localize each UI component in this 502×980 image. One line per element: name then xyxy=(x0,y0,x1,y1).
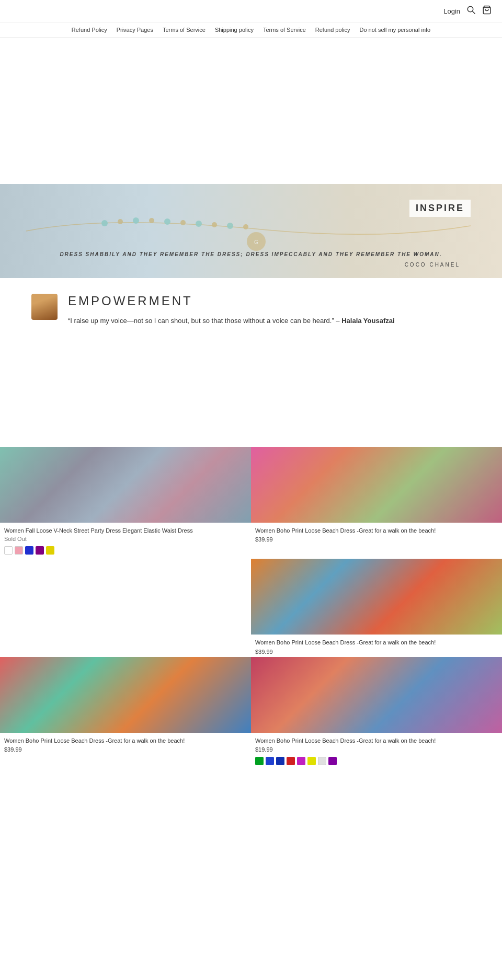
inspire-banner: G INSPIRE DRESS SHABBILY AND THEY REMEMB… xyxy=(0,184,502,278)
nav-item-shipping-policy[interactable]: Shipping policy xyxy=(215,27,254,33)
product-name-3: Women Boho Print Loose Beach Dress -Grea… xyxy=(255,639,498,647)
swatch-red[interactable] xyxy=(287,757,295,765)
product-card-2[interactable]: Women Boho Print Loose Beach Dress -Grea… xyxy=(251,447,502,559)
product-card-5[interactable]: Women Boho Print Loose Beach Dress -Grea… xyxy=(251,657,502,769)
product-image-5 xyxy=(251,657,502,733)
product-price-4: $39.99 xyxy=(4,746,247,753)
inspire-label: INSPIRE xyxy=(409,200,471,217)
product-price-3: $39.99 xyxy=(255,649,498,655)
svg-point-10 xyxy=(212,222,217,227)
products-section: Women Fall Loose V-Neck Street Party Dre… xyxy=(0,447,502,785)
product-card-1[interactable]: Women Fall Loose V-Neck Street Party Dre… xyxy=(0,447,251,559)
empowerment-content: EMPOWERMENT “I raise up my voice—not so … xyxy=(68,294,471,327)
swatch-magenta[interactable] xyxy=(297,757,305,765)
content-spacer xyxy=(0,342,502,447)
swatch-blue2[interactable] xyxy=(266,757,274,765)
products-row-3: Women Boho Print Loose Beach Dress -Grea… xyxy=(0,657,502,769)
svg-point-11 xyxy=(227,223,233,229)
product-card-4[interactable]: Women Boho Print Loose Beach Dress -Grea… xyxy=(0,657,251,769)
product-info-1: Women Fall Loose V-Neck Street Party Dre… xyxy=(0,523,251,544)
product-image-1 xyxy=(0,447,251,523)
empowerment-quote: “I raise up my voice—not so I can shout,… xyxy=(68,316,471,327)
swatch-darkblue[interactable] xyxy=(276,757,284,765)
inspire-author: COCO CHANEL xyxy=(405,262,460,268)
swatch-purple[interactable] xyxy=(36,546,44,555)
product-card-3[interactable]: Women Boho Print Loose Beach Dress -Grea… xyxy=(251,559,502,656)
nav-item-refund-policy-2[interactable]: Refund policy xyxy=(315,27,350,33)
nav-item-terms-service-1[interactable]: Terms of Service xyxy=(163,27,206,33)
products-row-1: Women Fall Loose V-Neck Street Party Dre… xyxy=(0,447,502,559)
nav-item-privacy-pages[interactable]: Privacy Pages xyxy=(117,27,153,33)
product-image-4 xyxy=(0,657,251,733)
avatar xyxy=(31,294,58,320)
svg-point-9 xyxy=(196,221,202,227)
nav-item-terms-service-2[interactable]: Terms of Service xyxy=(263,27,306,33)
nav-bar: Refund Policy Privacy Pages Terms of Ser… xyxy=(0,22,502,38)
product-image-3 xyxy=(251,559,502,635)
empowerment-title: EMPOWERMENT xyxy=(68,294,471,308)
svg-point-5 xyxy=(133,217,139,224)
product-name-5: Women Boho Print Loose Beach Dress -Grea… xyxy=(255,737,498,745)
svg-point-7 xyxy=(164,218,170,225)
product-name-1: Women Fall Loose V-Neck Street Party Dre… xyxy=(4,527,247,535)
product-name-4: Women Boho Print Loose Beach Dress -Grea… xyxy=(4,737,247,745)
products-row-2: Women Boho Print Loose Beach Dress -Grea… xyxy=(0,559,502,656)
svg-point-12 xyxy=(243,224,248,229)
search-button[interactable] xyxy=(466,5,476,17)
nav-item-do-not-sell[interactable]: Do not sell my personal info xyxy=(359,27,430,33)
swatch-darkpurple[interactable] xyxy=(328,757,337,765)
swatch-yellow2[interactable] xyxy=(307,757,316,765)
swatch-yellow[interactable] xyxy=(46,546,54,555)
swatch-lightgray[interactable] xyxy=(318,757,326,765)
sold-out-badge-1: Sold Out xyxy=(4,536,247,542)
inspire-quote: DRESS SHABBILY AND THEY REMEMBER THE DRE… xyxy=(0,251,502,257)
product-name-2: Women Boho Print Loose Beach Dress -Grea… xyxy=(255,527,498,535)
product-price-5: $19.99 xyxy=(255,746,498,753)
swatch-green[interactable] xyxy=(255,757,264,765)
swatch-white[interactable] xyxy=(4,546,13,555)
svg-point-8 xyxy=(180,220,186,225)
svg-point-4 xyxy=(118,219,123,224)
color-swatches-1 xyxy=(0,544,251,559)
nav-item-refund-policy[interactable]: Refund Policy xyxy=(72,27,107,33)
empowerment-section: EMPOWERMENT “I raise up my voice—not so … xyxy=(0,278,502,342)
product-info-2: Women Boho Print Loose Beach Dress -Grea… xyxy=(251,523,502,545)
svg-point-3 xyxy=(101,220,108,226)
svg-point-0 xyxy=(467,6,473,12)
svg-text:G: G xyxy=(254,239,258,245)
color-swatches-5 xyxy=(251,755,502,769)
swatch-blue[interactable] xyxy=(25,546,33,555)
svg-line-1 xyxy=(472,11,475,14)
cart-button[interactable] xyxy=(482,5,492,17)
swatch-pink[interactable] xyxy=(15,546,23,555)
product-image-2 xyxy=(251,447,502,523)
product-info-4: Women Boho Print Loose Beach Dress -Grea… xyxy=(0,733,251,755)
hero-banner xyxy=(0,38,502,184)
product-info-3: Women Boho Print Loose Beach Dress -Grea… xyxy=(251,635,502,656)
login-link[interactable]: Login xyxy=(443,7,460,15)
top-bar: Login xyxy=(0,0,502,22)
product-price-2: $39.99 xyxy=(255,536,498,543)
product-info-5: Women Boho Print Loose Beach Dress -Grea… xyxy=(251,733,502,755)
svg-point-6 xyxy=(149,218,154,223)
